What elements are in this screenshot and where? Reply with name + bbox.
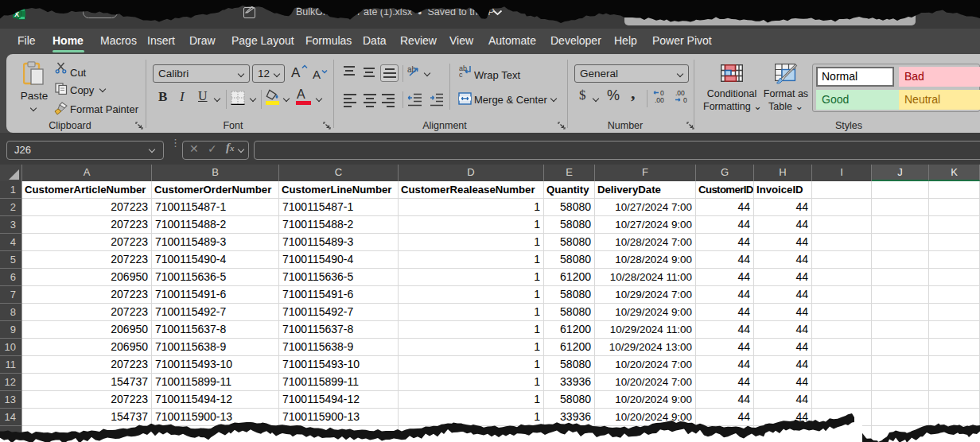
svg-text:c: c xyxy=(459,71,463,78)
svg-text:.00: .00 xyxy=(655,96,664,104)
svg-text:ab: ab xyxy=(407,65,417,74)
svg-text:0: 0 xyxy=(683,96,687,104)
